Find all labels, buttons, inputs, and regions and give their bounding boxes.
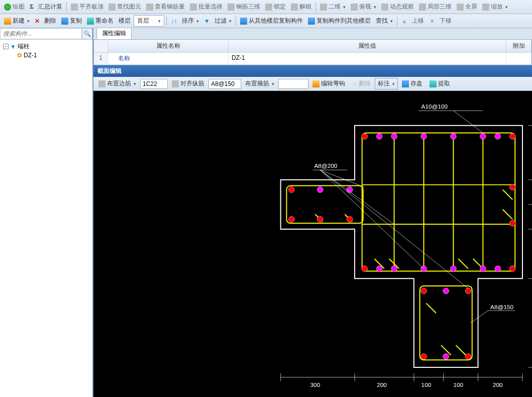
dyn-view-button[interactable]: 动态观察 [379,2,416,12]
row-value[interactable]: DZ-1 [229,53,506,65]
move-down-button[interactable]: ▼ 下移 [427,16,454,26]
gear-icon: ✿ [17,52,22,59]
delete-button[interactable]: ✕删除 [349,78,374,89]
zoom-icon [482,4,489,11]
filter-icon: ▼ [10,43,16,50]
edge-rebar-dropdown[interactable]: 布置边筋▾ [95,78,139,89]
hook-icon [312,80,320,87]
disk-icon [402,80,409,87]
edge-rebar-input[interactable] [140,79,168,89]
copy-to-floor-button[interactable]: 复制构件到其他楼层 [306,16,373,26]
svg-point-34 [391,133,397,139]
label-a8-200: A8@200 [314,162,337,169]
svg-point-37 [480,133,486,139]
edit-hook-button[interactable]: 编辑弯钩 [309,78,348,89]
align-long-button[interactable]: 对齐纵筋 [169,78,207,89]
svg-point-29 [465,288,471,294]
search-input[interactable] [0,28,82,39]
orbit-icon [381,4,388,11]
lock-button[interactable]: 锁定 [263,2,288,12]
align-icon [71,4,78,11]
magnifier-icon: 🔍 [83,30,91,37]
svg-point-48 [317,187,323,193]
col-index [94,40,108,52]
section-canvas[interactable]: A10@100 A8@200 A8@150 200 100 100 200 30… [93,91,532,397]
component-tree-panel: 🔍 − ▼ 端柱 ✿ DZ-1 [0,28,93,397]
stirrup-input[interactable] [278,79,308,89]
2d-dropdown[interactable]: 二维▾ [318,2,348,12]
draw-button[interactable]: 绘图 [2,2,27,12]
main-toolbar-1: 绘图 Σ 汇总计算 平齐板顶 查找图元 查看钢筋量 批量选择 钢筋三维 锁定 解… [0,0,532,14]
svg-point-30 [421,354,427,360]
svg-point-21 [288,216,294,222]
property-grid: 属性名称 属性值 附加 1 名称 DZ-1 [93,39,532,65]
search-button[interactable]: 🔍 [82,28,92,39]
svg-point-42 [451,266,457,272]
extract-icon [430,80,437,87]
export-icon [308,18,315,25]
new-dropdown[interactable]: 新建▾ [2,16,32,26]
rebar-3d-button[interactable]: 钢筋三维 [226,2,262,12]
svg-point-23 [509,133,515,139]
section-toolbar: 布置边筋▾ 对齐纵筋 布置箍筋▾ 编辑弯钩 ✕删除 标注▾ 存盘 提取 [93,77,532,91]
svg-point-33 [347,216,353,222]
unlock-icon [291,4,298,11]
move-up-button[interactable]: ▲ 上移 [399,16,426,26]
svg-line-13 [458,259,468,269]
sort-dropdown[interactable]: ↓↑ 排序▾ [169,16,200,26]
search-icon [109,4,116,11]
property-row[interactable]: 1 名称 DZ-1 [94,53,531,65]
tree-root-endcolumn[interactable]: − ▼ 端柱 [2,42,90,51]
collapse-icon[interactable]: − [3,44,9,49]
delete-button[interactable]: ✕ 删除 [33,16,58,26]
tab-property-edit[interactable]: 属性编辑 [96,28,132,39]
tree-item-dz1[interactable]: ✿ DZ-1 [16,51,90,59]
new-icon [4,18,11,25]
lock-icon [265,4,272,11]
svg-text:100: 100 [453,381,463,388]
persp-dropdown[interactable]: 俯视▾ [349,2,378,12]
grid-icon [98,80,105,87]
rename-icon [87,18,94,25]
svg-text:200: 200 [493,381,503,388]
find-elem-button[interactable]: 查找图元 [107,2,143,12]
svg-point-20 [288,187,294,193]
svg-point-28 [421,288,427,294]
copy-from-floor-button[interactable]: 从其他楼层复制构件 [238,16,305,26]
filter-dropdown[interactable]: ▼ 过滤▾ [202,16,234,26]
svg-text:300: 300 [310,381,321,388]
svg-rect-2 [420,286,472,360]
row-index: 1 [94,53,108,65]
svg-point-38 [376,133,382,139]
svg-point-43 [480,266,486,272]
svg-rect-0 [362,133,515,271]
rename-button[interactable]: 重命名 [85,16,116,26]
copy-button[interactable]: 复制 [59,16,84,26]
svg-point-44 [376,266,382,272]
row-name: 名称 [108,53,229,65]
svg-point-35 [421,133,427,139]
zoom-dropdown[interactable]: 缩放▾ [480,2,510,12]
unlock-button[interactable]: 解锁 [289,2,313,12]
svg-line-58 [471,311,488,323]
property-tab-strip: 属性编辑 [93,28,532,39]
fullscreen-button[interactable]: 全屏 [455,2,479,12]
align-top-button[interactable]: 平齐板顶 [69,2,105,12]
local-3d-button[interactable]: 局部三维 [417,2,454,12]
stirrup-dropdown[interactable]: 布置箍筋▾ [242,78,277,89]
label-a10-100: A10@100 [421,103,448,110]
svg-point-40 [391,266,397,272]
extract-button[interactable]: 提取 [427,78,453,89]
svg-point-36 [451,133,457,139]
rebar-icon [146,4,153,11]
save-button[interactable]: 存盘 [399,78,425,89]
row-extra [506,53,531,65]
batch-select-button[interactable]: 批量选择 [188,2,225,12]
first-floor-dropdown[interactable]: 首层 ▾ [134,15,164,27]
annotate-dropdown[interactable]: 标注▾ [375,78,398,89]
align-long-input[interactable] [208,79,241,89]
sumcalc-button[interactable]: Σ 汇总计算 [28,2,64,12]
view-rebar-button[interactable]: 查看钢筋量 [144,2,187,12]
main-toolbar-2: 新建▾ ✕ 删除 复制 重命名 楼层 首层 ▾ ↓↑ 排序▾ ▼ 过滤▾ 从其他… [0,14,532,28]
find-dropdown[interactable]: 查找▾ [374,16,395,26]
